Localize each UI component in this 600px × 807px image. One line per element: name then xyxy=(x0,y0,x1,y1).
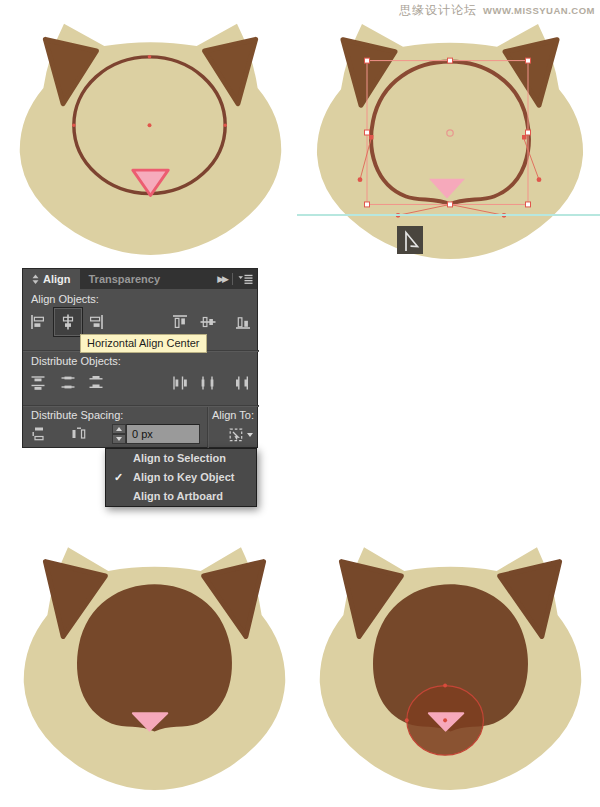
distribute-spacing-label: Distribute Spacing: xyxy=(31,409,123,421)
artwork-cat-step2 xyxy=(305,10,595,260)
selection-cursor xyxy=(397,226,423,254)
vertical-align-center-button[interactable] xyxy=(195,309,221,335)
section-divider xyxy=(23,405,259,407)
horizontal-align-right-icon xyxy=(87,313,105,331)
vertical-distribute-space-button[interactable] xyxy=(27,424,51,444)
align-objects-label: Align Objects: xyxy=(31,293,99,305)
horizontal-distribute-space-button[interactable] xyxy=(67,424,91,444)
align-to-label: Align To: xyxy=(212,409,254,421)
horizontal-align-center-icon xyxy=(59,313,77,331)
vertical-distribute-bottom-button[interactable] xyxy=(83,370,109,396)
circle-anchor-left[interactable] xyxy=(72,123,76,127)
circle-anchor-right[interactable] xyxy=(223,123,227,127)
align-to-dropdown-button[interactable] xyxy=(226,424,257,445)
distribute-objects-label: Distribute Objects: xyxy=(31,355,121,367)
menu-item-align-to-artboard[interactable]: Align to Artboard xyxy=(106,487,256,506)
tab-align-label: Align xyxy=(43,273,71,285)
stepper-down-button[interactable] xyxy=(112,434,126,444)
vertical-distribute-space-icon xyxy=(30,425,48,443)
check-icon: ✓ xyxy=(114,468,123,487)
vertical-distribute-center-icon xyxy=(59,374,77,392)
menu-item-label: Align to Selection xyxy=(133,452,226,464)
menu-item-align-to-key-object[interactable]: ✓ Align to Key Object xyxy=(106,468,256,487)
artwork-cat-step3 xyxy=(12,533,297,791)
tab-transparency-label: Transparency xyxy=(89,273,161,285)
section-vertical-divider xyxy=(207,407,209,448)
vertical-distribute-top-button[interactable] xyxy=(25,370,51,396)
vertical-align-center-icon xyxy=(199,313,217,331)
menu-item-label: Align to Key Object xyxy=(133,471,234,483)
collapse-panel-icon[interactable]: ▶▶ xyxy=(217,274,227,284)
panel-header-controls: ▶▶ xyxy=(217,269,257,289)
horizontal-distribute-left-button[interactable] xyxy=(167,370,193,396)
panel-cycle-icon xyxy=(32,274,39,285)
vertical-distribute-bottom-icon xyxy=(87,374,105,392)
vertical-align-top-button[interactable] xyxy=(167,309,193,335)
tab-align[interactable]: Align xyxy=(23,269,80,289)
horizontal-distribute-left-icon xyxy=(171,374,189,392)
spacing-stepper xyxy=(112,424,126,444)
vertical-align-bottom-button[interactable] xyxy=(230,309,256,335)
menu-item-label: Align to Artboard xyxy=(133,490,223,502)
dropdown-arrow-icon xyxy=(247,433,253,437)
tutorial-page: 思缘设计论坛 WWW.MISSYUAN.COM xyxy=(0,0,600,807)
horizontal-align-center-button[interactable] xyxy=(53,307,83,337)
artwork-cat-step4 xyxy=(308,533,593,791)
horizontal-align-left-button[interactable] xyxy=(25,309,51,335)
vertical-align-bottom-icon xyxy=(234,313,252,331)
vertical-align-top-icon xyxy=(171,313,189,331)
panel-tab-bar: Align Transparency ▶▶ xyxy=(23,269,257,289)
triangle-up-icon xyxy=(116,427,122,431)
artwork-cat-step1 xyxy=(8,10,293,256)
circle-center-anchor[interactable] xyxy=(148,123,152,127)
panel-menu-icon[interactable] xyxy=(238,274,253,285)
horizontal-distribute-space-icon xyxy=(70,425,88,443)
face-mask-shape[interactable] xyxy=(77,584,232,731)
circle-anchor-top[interactable] xyxy=(148,55,152,59)
align-panel: Align Transparency ▶▶ Align Objects: xyxy=(22,268,258,448)
header-divider xyxy=(232,273,233,285)
vertical-distribute-center-button[interactable] xyxy=(55,370,81,396)
tab-transparency[interactable]: Transparency xyxy=(80,269,170,289)
triangle-down-icon xyxy=(116,437,122,441)
menu-item-align-to-selection[interactable]: Align to Selection xyxy=(106,449,256,468)
horizontal-align-left-icon xyxy=(29,313,47,331)
horizontal-distribute-center-icon xyxy=(199,374,217,392)
stepper-up-button[interactable] xyxy=(112,424,126,434)
align-to-menu: Align to Selection ✓ Align to Key Object… xyxy=(105,448,257,507)
horizontal-distribute-right-button[interactable] xyxy=(230,370,256,396)
tooltip: Horizontal Align Center xyxy=(80,334,207,353)
horizontal-distribute-center-button[interactable] xyxy=(195,370,221,396)
horizontal-align-right-button[interactable] xyxy=(83,309,109,335)
arrow-cursor-icon xyxy=(397,226,423,254)
align-to-key-object-icon xyxy=(228,427,244,443)
spacing-value-field[interactable]: 0 px xyxy=(126,424,200,444)
horizontal-guide-line[interactable] xyxy=(297,214,600,216)
horizontal-distribute-right-icon xyxy=(234,374,252,392)
vertical-distribute-top-icon xyxy=(29,374,47,392)
